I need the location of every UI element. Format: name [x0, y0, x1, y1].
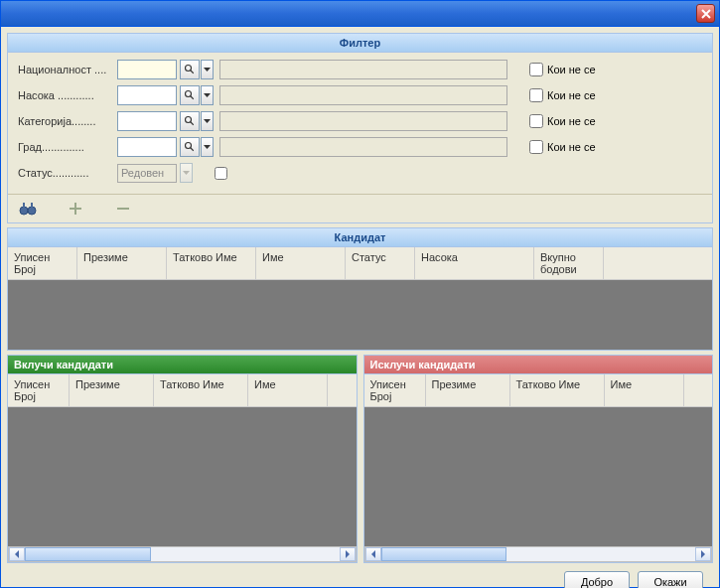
search-icon	[184, 89, 196, 101]
chevron-right-icon	[345, 550, 351, 558]
scroll-left-button[interactable]	[9, 547, 25, 561]
scroll-track[interactable]	[381, 547, 696, 561]
svg-line-1	[191, 71, 194, 74]
candidate-header: Кандидат	[8, 228, 712, 247]
titlebar	[1, 1, 719, 27]
svg-point-8	[20, 207, 28, 215]
exclude-grid[interactable]: Уписен Број Презиме Татково Име Име	[364, 374, 713, 546]
filter-panel-header: Филтер	[8, 34, 712, 53]
lookup-city[interactable]	[180, 137, 200, 157]
dropdown-nationality[interactable]	[201, 60, 214, 79]
col-surname[interactable]: Презиме	[77, 247, 167, 279]
svg-rect-12	[117, 208, 129, 210]
svg-point-9	[28, 207, 36, 215]
exclude-scrollbar[interactable]	[364, 546, 713, 562]
label-status: Статус............	[18, 167, 117, 179]
add-button[interactable]	[66, 199, 85, 219]
include-panel: Вклучи кандидати Уписен Број Презиме Тат…	[7, 355, 358, 563]
filter-row-nationality: Националност .... Кои не се	[18, 59, 702, 80]
inc-col-name[interactable]: Име	[248, 374, 328, 406]
inc-col-fathername[interactable]: Татково Име	[154, 374, 248, 406]
col-direction[interactable]: Насока	[415, 247, 534, 279]
filter-row-category: Категорија........ Кои не се	[18, 110, 702, 132]
chevron-down-icon	[204, 93, 211, 97]
exclude-grid-header: Уписен Број Презиме Татково Име Име	[364, 374, 713, 407]
checkbox-category[interactable]	[529, 114, 543, 128]
scroll-right-button[interactable]	[695, 547, 711, 561]
checkbox-nationality[interactable]	[529, 63, 543, 76]
input-nationality[interactable]	[117, 60, 177, 79]
input-city[interactable]	[117, 137, 177, 157]
scroll-left-button[interactable]	[365, 547, 381, 561]
exc-col-enroll[interactable]: Уписен Број	[364, 374, 426, 406]
lookup-category[interactable]	[180, 111, 200, 131]
close-button[interactable]	[696, 4, 715, 23]
exc-col-fathername[interactable]: Татково Име	[510, 374, 605, 406]
lookup-direction[interactable]	[180, 85, 200, 105]
exc-col-surname[interactable]: Презиме	[426, 374, 510, 406]
chevron-down-icon	[183, 171, 190, 175]
checkbox-category-label: Кои не се	[547, 115, 596, 127]
lookup-nationality[interactable]	[180, 60, 200, 79]
input-category[interactable]	[117, 111, 177, 131]
candidate-grid[interactable]: Уписен Број Презиме Татково Име Име Стат…	[8, 247, 712, 350]
chevron-left-icon	[370, 550, 376, 558]
checkbox-category-wrap[interactable]: Кои не се	[525, 111, 596, 131]
inc-col-enroll[interactable]: Уписен Број	[8, 374, 70, 406]
chevron-down-icon	[204, 68, 211, 72]
search-icon	[184, 141, 196, 153]
exc-col-name[interactable]: Име	[605, 374, 684, 406]
scroll-thumb[interactable]	[25, 547, 151, 561]
checkbox-direction[interactable]	[529, 88, 543, 102]
include-scrollbar[interactable]	[8, 546, 357, 562]
dropdown-status	[180, 163, 193, 183]
col-name[interactable]: Име	[256, 247, 346, 279]
candidate-grid-body[interactable]	[8, 280, 712, 350]
scroll-thumb[interactable]	[381, 547, 507, 561]
chevron-right-icon	[700, 550, 706, 558]
minus-icon	[116, 202, 130, 216]
chevron-left-icon	[14, 550, 20, 558]
include-header: Вклучи кандидати	[8, 356, 357, 374]
checkbox-nationality-wrap[interactable]: Кои не се	[525, 60, 596, 79]
show-button[interactable]: Окажи	[638, 571, 703, 588]
col-total-points[interactable]: Вкупно бодови	[534, 247, 604, 279]
display-direction	[219, 85, 507, 105]
ok-button[interactable]: Добро	[564, 571, 630, 588]
col-status[interactable]: Статус	[346, 247, 415, 279]
svg-rect-10	[23, 203, 25, 208]
include-grid-body[interactable]	[8, 407, 357, 546]
input-direction[interactable]	[117, 85, 177, 105]
checkbox-city-label: Кои не се	[547, 141, 596, 153]
remove-button[interactable]	[113, 199, 133, 219]
inc-col-surname[interactable]: Презиме	[70, 374, 154, 406]
scroll-track[interactable]	[25, 547, 340, 561]
col-enroll-no[interactable]: Уписен Број	[8, 247, 77, 279]
candidate-grid-header: Уписен Број Презиме Татково Име Име Стат…	[8, 247, 712, 280]
dropdown-city[interactable]	[201, 137, 214, 157]
svg-point-4	[186, 117, 192, 123]
checkbox-direction-wrap[interactable]: Кои не се	[525, 85, 596, 105]
checkbox-nationality-label: Кои не се	[547, 64, 596, 75]
checkbox-city-wrap[interactable]: Кои не се	[525, 137, 596, 157]
dropdown-direction[interactable]	[201, 85, 214, 105]
exclude-panel: Исклучи кандидати Уписен Број Презиме Та…	[363, 355, 714, 563]
dropdown-category[interactable]	[201, 111, 214, 131]
svg-rect-11	[31, 203, 33, 208]
checkbox-status[interactable]	[215, 167, 227, 180]
include-grid-header: Уписен Број Презиме Татково Име Име	[8, 374, 357, 407]
include-grid[interactable]: Уписен Број Презиме Татково Име Име	[8, 374, 357, 546]
label-nationality: Националност ....	[18, 64, 117, 75]
search-button[interactable]	[18, 199, 38, 219]
binoculars-icon	[19, 201, 37, 217]
select-status	[117, 164, 177, 183]
svg-line-5	[191, 122, 194, 125]
svg-point-6	[186, 143, 192, 149]
exclude-grid-body[interactable]	[364, 407, 713, 546]
col-fathername[interactable]: Татково Име	[167, 247, 256, 279]
scroll-right-button[interactable]	[340, 547, 356, 561]
checkbox-city[interactable]	[529, 140, 543, 154]
filter-row-direction: Насока ............ Кои не се	[18, 84, 702, 106]
search-icon	[184, 115, 196, 127]
search-icon	[184, 64, 196, 75]
